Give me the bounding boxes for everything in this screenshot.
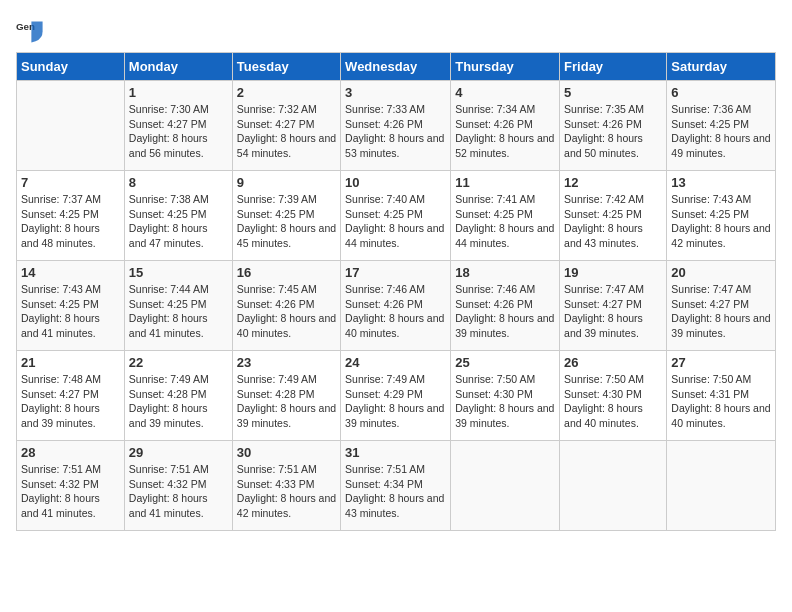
cell-info: Sunrise: 7:42 AMSunset: 4:25 PMDaylight:…: [564, 192, 662, 251]
cell-5-5: [451, 441, 560, 531]
day-number: 13: [671, 175, 771, 190]
cell-2-3: 9Sunrise: 7:39 AMSunset: 4:25 PMDaylight…: [232, 171, 340, 261]
cell-4-3: 23Sunrise: 7:49 AMSunset: 4:28 PMDayligh…: [232, 351, 340, 441]
cell-4-6: 26Sunrise: 7:50 AMSunset: 4:30 PMDayligh…: [560, 351, 667, 441]
day-number: 9: [237, 175, 336, 190]
cell-info: Sunrise: 7:43 AMSunset: 4:25 PMDaylight:…: [671, 192, 771, 251]
cell-5-7: [667, 441, 776, 531]
cell-info: Sunrise: 7:40 AMSunset: 4:25 PMDaylight:…: [345, 192, 446, 251]
cell-2-2: 8Sunrise: 7:38 AMSunset: 4:25 PMDaylight…: [124, 171, 232, 261]
cell-1-2: 1Sunrise: 7:30 AMSunset: 4:27 PMDaylight…: [124, 81, 232, 171]
day-number: 12: [564, 175, 662, 190]
day-number: 25: [455, 355, 555, 370]
cell-5-4: 31Sunrise: 7:51 AMSunset: 4:34 PMDayligh…: [341, 441, 451, 531]
col-header-friday: Friday: [560, 53, 667, 81]
cell-4-2: 22Sunrise: 7:49 AMSunset: 4:28 PMDayligh…: [124, 351, 232, 441]
day-number: 8: [129, 175, 228, 190]
cell-5-1: 28Sunrise: 7:51 AMSunset: 4:32 PMDayligh…: [17, 441, 125, 531]
week-row-4: 21Sunrise: 7:48 AMSunset: 4:27 PMDayligh…: [17, 351, 776, 441]
cell-3-6: 19Sunrise: 7:47 AMSunset: 4:27 PMDayligh…: [560, 261, 667, 351]
header: Gen: [16, 16, 776, 44]
cell-3-4: 17Sunrise: 7:46 AMSunset: 4:26 PMDayligh…: [341, 261, 451, 351]
header-row: SundayMondayTuesdayWednesdayThursdayFrid…: [17, 53, 776, 81]
cell-info: Sunrise: 7:33 AMSunset: 4:26 PMDaylight:…: [345, 102, 446, 161]
cell-4-7: 27Sunrise: 7:50 AMSunset: 4:31 PMDayligh…: [667, 351, 776, 441]
cell-2-5: 11Sunrise: 7:41 AMSunset: 4:25 PMDayligh…: [451, 171, 560, 261]
cell-info: Sunrise: 7:47 AMSunset: 4:27 PMDaylight:…: [564, 282, 662, 341]
day-number: 16: [237, 265, 336, 280]
week-row-1: 1Sunrise: 7:30 AMSunset: 4:27 PMDaylight…: [17, 81, 776, 171]
day-number: 27: [671, 355, 771, 370]
logo-icon: Gen: [16, 16, 44, 44]
cell-3-5: 18Sunrise: 7:46 AMSunset: 4:26 PMDayligh…: [451, 261, 560, 351]
day-number: 20: [671, 265, 771, 280]
day-number: 18: [455, 265, 555, 280]
day-number: 31: [345, 445, 446, 460]
cell-2-7: 13Sunrise: 7:43 AMSunset: 4:25 PMDayligh…: [667, 171, 776, 261]
day-number: 22: [129, 355, 228, 370]
cell-5-3: 30Sunrise: 7:51 AMSunset: 4:33 PMDayligh…: [232, 441, 340, 531]
cell-1-1: [17, 81, 125, 171]
cell-info: Sunrise: 7:34 AMSunset: 4:26 PMDaylight:…: [455, 102, 555, 161]
day-number: 24: [345, 355, 446, 370]
logo: Gen: [16, 16, 48, 44]
cell-1-7: 6Sunrise: 7:36 AMSunset: 4:25 PMDaylight…: [667, 81, 776, 171]
cell-info: Sunrise: 7:46 AMSunset: 4:26 PMDaylight:…: [455, 282, 555, 341]
cell-info: Sunrise: 7:32 AMSunset: 4:27 PMDaylight:…: [237, 102, 336, 161]
day-number: 21: [21, 355, 120, 370]
cell-info: Sunrise: 7:39 AMSunset: 4:25 PMDaylight:…: [237, 192, 336, 251]
cell-info: Sunrise: 7:30 AMSunset: 4:27 PMDaylight:…: [129, 102, 228, 161]
day-number: 28: [21, 445, 120, 460]
cell-5-2: 29Sunrise: 7:51 AMSunset: 4:32 PMDayligh…: [124, 441, 232, 531]
cell-2-1: 7Sunrise: 7:37 AMSunset: 4:25 PMDaylight…: [17, 171, 125, 261]
cell-1-6: 5Sunrise: 7:35 AMSunset: 4:26 PMDaylight…: [560, 81, 667, 171]
day-number: 26: [564, 355, 662, 370]
cell-info: Sunrise: 7:43 AMSunset: 4:25 PMDaylight:…: [21, 282, 120, 341]
cell-1-5: 4Sunrise: 7:34 AMSunset: 4:26 PMDaylight…: [451, 81, 560, 171]
cell-info: Sunrise: 7:51 AMSunset: 4:34 PMDaylight:…: [345, 462, 446, 521]
day-number: 29: [129, 445, 228, 460]
col-header-monday: Monday: [124, 53, 232, 81]
day-number: 14: [21, 265, 120, 280]
col-header-saturday: Saturday: [667, 53, 776, 81]
cell-5-6: [560, 441, 667, 531]
day-number: 4: [455, 85, 555, 100]
day-number: 17: [345, 265, 446, 280]
day-number: 5: [564, 85, 662, 100]
cell-1-4: 3Sunrise: 7:33 AMSunset: 4:26 PMDaylight…: [341, 81, 451, 171]
col-header-thursday: Thursday: [451, 53, 560, 81]
day-number: 3: [345, 85, 446, 100]
cell-3-3: 16Sunrise: 7:45 AMSunset: 4:26 PMDayligh…: [232, 261, 340, 351]
cell-4-4: 24Sunrise: 7:49 AMSunset: 4:29 PMDayligh…: [341, 351, 451, 441]
day-number: 11: [455, 175, 555, 190]
cell-info: Sunrise: 7:48 AMSunset: 4:27 PMDaylight:…: [21, 372, 120, 431]
cell-info: Sunrise: 7:41 AMSunset: 4:25 PMDaylight:…: [455, 192, 555, 251]
cell-info: Sunrise: 7:45 AMSunset: 4:26 PMDaylight:…: [237, 282, 336, 341]
day-number: 23: [237, 355, 336, 370]
cell-info: Sunrise: 7:44 AMSunset: 4:25 PMDaylight:…: [129, 282, 228, 341]
cell-info: Sunrise: 7:36 AMSunset: 4:25 PMDaylight:…: [671, 102, 771, 161]
cell-3-7: 20Sunrise: 7:47 AMSunset: 4:27 PMDayligh…: [667, 261, 776, 351]
cell-info: Sunrise: 7:47 AMSunset: 4:27 PMDaylight:…: [671, 282, 771, 341]
cell-info: Sunrise: 7:50 AMSunset: 4:31 PMDaylight:…: [671, 372, 771, 431]
cell-info: Sunrise: 7:51 AMSunset: 4:32 PMDaylight:…: [21, 462, 120, 521]
col-header-tuesday: Tuesday: [232, 53, 340, 81]
cell-2-6: 12Sunrise: 7:42 AMSunset: 4:25 PMDayligh…: [560, 171, 667, 261]
cell-info: Sunrise: 7:51 AMSunset: 4:33 PMDaylight:…: [237, 462, 336, 521]
cell-info: Sunrise: 7:35 AMSunset: 4:26 PMDaylight:…: [564, 102, 662, 161]
day-number: 6: [671, 85, 771, 100]
day-number: 30: [237, 445, 336, 460]
cell-info: Sunrise: 7:37 AMSunset: 4:25 PMDaylight:…: [21, 192, 120, 251]
day-number: 19: [564, 265, 662, 280]
day-number: 2: [237, 85, 336, 100]
day-number: 1: [129, 85, 228, 100]
cell-info: Sunrise: 7:51 AMSunset: 4:32 PMDaylight:…: [129, 462, 228, 521]
cell-4-1: 21Sunrise: 7:48 AMSunset: 4:27 PMDayligh…: [17, 351, 125, 441]
cell-info: Sunrise: 7:46 AMSunset: 4:26 PMDaylight:…: [345, 282, 446, 341]
week-row-2: 7Sunrise: 7:37 AMSunset: 4:25 PMDaylight…: [17, 171, 776, 261]
day-number: 7: [21, 175, 120, 190]
cell-info: Sunrise: 7:49 AMSunset: 4:28 PMDaylight:…: [129, 372, 228, 431]
day-number: 10: [345, 175, 446, 190]
cell-info: Sunrise: 7:38 AMSunset: 4:25 PMDaylight:…: [129, 192, 228, 251]
cell-1-3: 2Sunrise: 7:32 AMSunset: 4:27 PMDaylight…: [232, 81, 340, 171]
